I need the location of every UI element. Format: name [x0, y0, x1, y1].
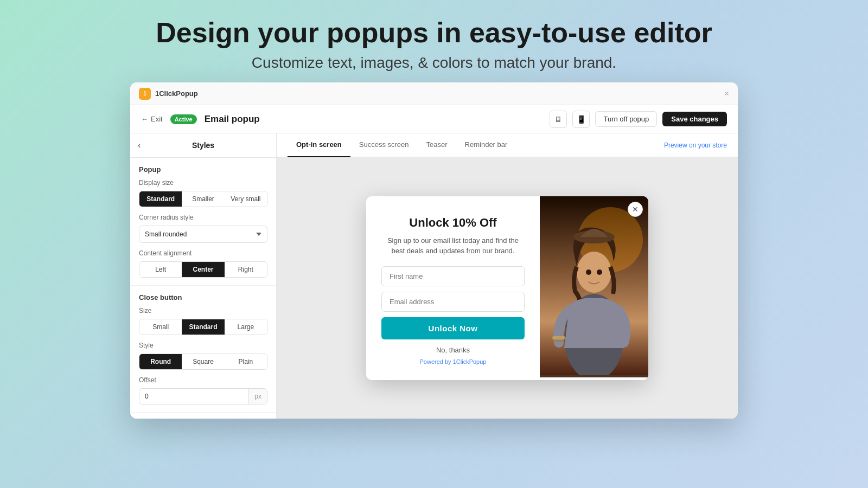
preview-store-link[interactable]: Preview on your store	[664, 142, 727, 149]
tab-success[interactable]: Success screen	[350, 133, 418, 157]
close-style-plain[interactable]: Plain	[225, 354, 267, 369]
sidebar-popup-section: Popup Display size Standard Smaller Very…	[130, 158, 276, 286]
content-alignment-group: Left Center Right	[139, 261, 267, 278]
popup-person-image	[540, 196, 648, 377]
content-alignment-label: Content alignment	[139, 249, 267, 257]
sidebar: ‹ Styles Popup Display size Standard Sma…	[130, 133, 277, 419]
close-button-label: Close button	[139, 293, 267, 301]
tab-teaser[interactable]: Teaser	[418, 133, 456, 157]
toolbar-left: ← Exit Active Email popup	[141, 114, 260, 125]
main-preview: Opt-in screen Success screen Teaser Remi…	[277, 133, 738, 419]
align-center-button[interactable]: Center	[182, 262, 224, 277]
main-content: ‹ Styles Popup Display size Standard Sma…	[130, 133, 738, 419]
title-bar: 1 1ClickPopup ×	[130, 82, 738, 105]
sidebar-title: Styles	[192, 141, 214, 150]
sidebar-header: ‹ Styles	[130, 133, 276, 158]
display-size-vsmall[interactable]: Very small	[225, 191, 267, 207]
popup-heading: Unlock 10% Off	[409, 216, 496, 230]
sidebar-colors-section: Colors Popup Background Title	[130, 413, 276, 419]
exit-button[interactable]: ← Exit	[141, 115, 163, 123]
sidebar-close-button-section: Close button Size Small Standard Large S…	[130, 286, 276, 413]
page-subheading: Customize text, images, & colors to matc…	[156, 54, 712, 72]
display-size-smaller[interactable]: Smaller	[182, 191, 224, 207]
close-size-standard[interactable]: Standard	[182, 319, 224, 335]
popup-title: Email popup	[205, 114, 260, 125]
svg-rect-6	[552, 336, 565, 339]
editor-window: 1 1ClickPopup × ← Exit Active Email popu…	[130, 82, 738, 419]
close-style-square[interactable]: Square	[182, 354, 224, 369]
close-size-large[interactable]: Large	[225, 319, 267, 335]
exit-label: Exit	[151, 115, 163, 123]
mobile-icon-button[interactable]: 📱	[572, 111, 590, 128]
turn-off-button[interactable]: Turn off popup	[595, 111, 657, 127]
close-size-label: Size	[139, 307, 267, 314]
toolbar: ← Exit Active Email popup 🖥 📱 Turn off p…	[130, 105, 738, 133]
desktop-icon-button[interactable]: 🖥	[550, 111, 567, 128]
svg-point-3	[577, 252, 611, 293]
toolbar-right: 🖥 📱 Turn off popup Save changes	[550, 111, 727, 128]
popup-left: Unlock 10% Off Sign up to our email list…	[366, 196, 540, 380]
popup-section-label: Popup	[139, 165, 267, 174]
svg-point-4	[586, 269, 591, 275]
corner-radius-select[interactable]: Small rounded	[139, 226, 267, 243]
popup-powered-by: Powered by 1ClickPopup	[420, 358, 487, 365]
svg-point-5	[597, 269, 602, 275]
exit-arrow-icon: ←	[141, 115, 148, 123]
active-badge: Active	[170, 114, 197, 124]
page-heading: Design your popups in easy-to-use editor	[156, 16, 712, 49]
offset-input[interactable]	[139, 389, 248, 404]
tab-opt-in[interactable]: Opt-in screen	[288, 133, 350, 157]
close-style-label: Style	[139, 342, 267, 349]
offset-unit: px	[248, 389, 267, 404]
close-style-round[interactable]: Round	[139, 354, 182, 369]
offset-input-wrap: px	[139, 388, 267, 404]
popup-no-thanks[interactable]: No, thanks	[436, 346, 470, 354]
align-left-button[interactable]: Left	[139, 262, 182, 277]
tab-bar: Opt-in screen Success screen Teaser Remi…	[277, 133, 738, 157]
page-header: Design your popups in easy-to-use editor…	[156, 0, 712, 82]
tabs: Opt-in screen Success screen Teaser Remi…	[288, 133, 516, 157]
close-size-small[interactable]: Small	[139, 319, 182, 335]
display-size-group: Standard Smaller Very small	[139, 191, 267, 207]
corner-radius-label: Corner radius style	[139, 214, 267, 221]
popup-close-button[interactable]: ✕	[628, 202, 643, 217]
align-right-button[interactable]: Right	[225, 262, 267, 277]
tab-reminder[interactable]: Reminder bar	[456, 133, 516, 157]
save-changes-button[interactable]: Save changes	[662, 112, 727, 126]
offset-label: Offset	[139, 376, 267, 384]
sidebar-back-icon[interactable]: ‹	[138, 140, 141, 150]
popup-first-name-input[interactable]	[381, 266, 525, 286]
close-style-group: Round Square Plain	[139, 354, 267, 370]
app-name: 1ClickPopup	[155, 89, 198, 98]
svg-rect-7	[553, 340, 564, 342]
preview-canvas: ✕ Unlock 10% Off Sign up to our email li…	[277, 157, 738, 419]
popup-email-input[interactable]	[381, 292, 525, 312]
display-size-label: Display size	[139, 179, 267, 187]
popup-subtext: Sign up to our email list today and find…	[381, 235, 525, 256]
close-icon[interactable]: ×	[724, 89, 729, 99]
popup-cta-button[interactable]: Unlock Now	[381, 317, 525, 339]
display-size-standard[interactable]: Standard	[139, 191, 182, 207]
app-icon: 1	[139, 88, 151, 100]
close-size-group: Small Standard Large	[139, 319, 267, 335]
popup-card: ✕ Unlock 10% Off Sign up to our email li…	[366, 196, 648, 380]
title-bar-left: 1 1ClickPopup	[139, 88, 198, 100]
